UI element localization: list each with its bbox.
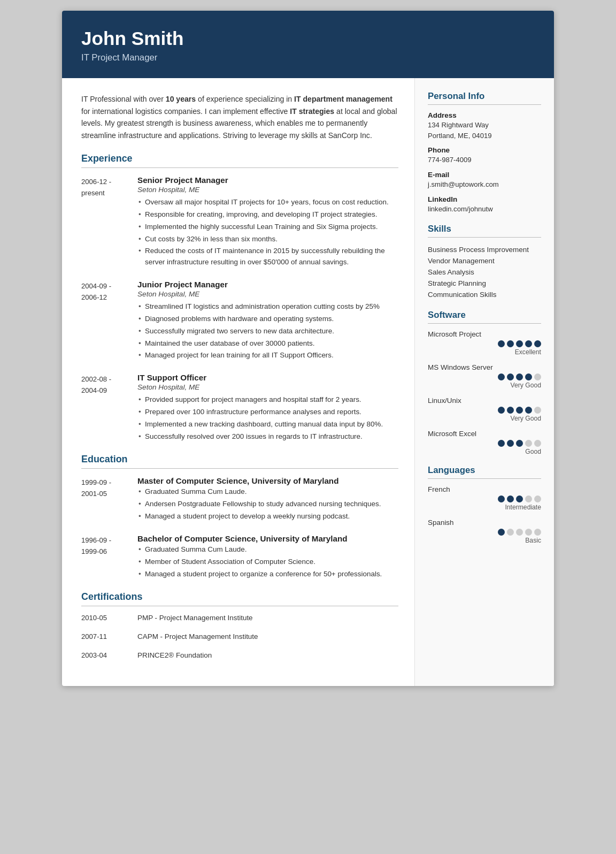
skill-item: Vendor Management (428, 255, 541, 266)
summary: IT Professional with over 10 years of ex… (81, 93, 398, 141)
address-label: Address (428, 111, 541, 119)
item-bullets: Graduated Summa Cum Laude.Andersen Postg… (137, 486, 398, 522)
cert-date: 2010-05 (81, 614, 137, 622)
dot-empty (534, 529, 541, 536)
dot-empty (534, 373, 541, 380)
dot-filled (498, 340, 505, 347)
languages-divider (428, 478, 541, 479)
language-item: Spanish Basic (428, 518, 541, 544)
list-item: Diagnosed problems with hardware and ope… (137, 314, 398, 325)
rating-label: Basic (428, 537, 541, 544)
dot-filled (498, 529, 505, 536)
education-divider (81, 468, 398, 469)
dot-filled (507, 407, 514, 414)
software-items: Microsoft Project Excellent MS Windows S… (428, 330, 541, 455)
dot-filled (525, 373, 532, 380)
item-content: Master of Computer Science, University o… (137, 476, 398, 523)
rating-label: Excellent (428, 348, 541, 356)
side-column: Personal Info Address 134 Rightward WayP… (415, 78, 554, 686)
list-item: Graduated Summa Cum Laude. (137, 544, 398, 555)
list-item: Successfully migrated two servers to new… (137, 326, 398, 337)
skills-list: Business Process ImprovementVendor Manag… (428, 244, 541, 300)
personal-info-title: Personal Info (428, 91, 541, 102)
list-item: Successfully resolved over 200 issues in… (137, 431, 398, 443)
email-label: E-mail (428, 171, 541, 179)
item-date: 2006-12 -present (81, 176, 137, 269)
dot-filled (507, 373, 514, 380)
language-name: French (428, 485, 541, 493)
skills-section: Skills Business Process ImprovementVendo… (428, 224, 541, 300)
address-value: 134 Rightward WayPortland, ME, 04019 (428, 120, 541, 141)
education-item: 1996-09 -1999-06 Bachelor of Computer Sc… (81, 534, 398, 581)
rating-label: Good (428, 448, 541, 455)
software-item: Microsoft Excel Good (428, 430, 541, 455)
cert-item: 2007-11 CAPM - Project Management Instit… (81, 632, 398, 640)
software-item: Linux/Unix Very Good (428, 396, 541, 422)
rating-dots (428, 529, 541, 536)
dot-empty (516, 529, 523, 536)
item-content: IT Support Officer Seton Hospital, ME Pr… (137, 373, 398, 443)
item-bullets: Graduated Summa Cum Laude.Member of Stud… (137, 544, 398, 580)
languages-title: Languages (428, 465, 541, 476)
dot-filled (525, 407, 532, 414)
main-column: IT Professional with over 10 years of ex… (62, 78, 415, 686)
skills-divider (428, 237, 541, 238)
list-item: Managed project for lean training for al… (137, 350, 398, 361)
experience-item: 2004-09 -2006-12 Junior Project Manager … (81, 280, 398, 362)
certifications-title: Certifications (81, 591, 398, 603)
dot-filled (534, 340, 541, 347)
rating-dots (428, 340, 541, 347)
list-item: Member of Student Association of Compute… (137, 556, 398, 568)
item-date: 1996-09 -1999-06 (81, 534, 137, 581)
rating-label: Intermediate (428, 504, 541, 511)
list-item: Implemented the highly successful Lean T… (137, 222, 398, 233)
dot-filled (507, 340, 514, 347)
cert-label: PRINCE2® Foundation (137, 651, 212, 659)
body: IT Professional with over 10 years of ex… (62, 78, 554, 686)
list-item: Managed a student project to organize a … (137, 569, 398, 580)
skill-item: Sales Analysis (428, 266, 541, 278)
dot-filled (516, 373, 523, 380)
software-title: Software (428, 310, 541, 321)
item-degree: Master of Computer Science, University o… (137, 476, 398, 485)
item-bullets: Oversaw all major hospital IT projects f… (137, 197, 398, 268)
education-title: Education (81, 454, 398, 465)
software-name: MS Windows Server (428, 363, 541, 371)
software-divider (428, 323, 541, 324)
item-company: Seton Hospital, ME (137, 186, 398, 194)
software-item: MS Windows Server Very Good (428, 363, 541, 389)
education-section: Education 1999-09 -2001-05 Master of Com… (81, 454, 398, 581)
dot-filled (516, 340, 523, 347)
rating-dots (428, 373, 541, 380)
list-item: Oversaw all major hospital IT projects f… (137, 197, 398, 208)
experience-divider (81, 167, 398, 168)
item-company: Seton Hospital, ME (137, 290, 398, 298)
item-date: 1999-09 -2001-05 (81, 476, 137, 523)
dot-empty (507, 529, 514, 536)
item-bullets: Provided support for project managers an… (137, 394, 398, 442)
item-role: Junior Project Manager (137, 280, 398, 289)
dot-filled (516, 495, 523, 502)
education-items: 1999-09 -2001-05 Master of Computer Scie… (81, 476, 398, 581)
languages-section: Languages French Intermediate Spanish Ba… (428, 465, 541, 544)
dot-empty (525, 495, 532, 502)
item-role: Senior Project Manager (137, 176, 398, 185)
software-name: Microsoft Excel (428, 430, 541, 438)
software-name: Microsoft Project (428, 330, 541, 338)
rating-label: Very Good (428, 382, 541, 389)
candidate-name: John Smith (81, 28, 535, 49)
software-name: Linux/Unix (428, 396, 541, 405)
education-item: 1999-09 -2001-05 Master of Computer Scie… (81, 476, 398, 523)
item-bullets: Streamlined IT logistics and administrat… (137, 301, 398, 361)
language-items: French Intermediate Spanish Basic (428, 485, 541, 544)
linkedin-value: linkedin.com/johnutw (428, 204, 541, 215)
cert-item: 2003-04 PRINCE2® Foundation (81, 651, 398, 659)
rating-dots (428, 495, 541, 502)
cert-label: PMP - Project Management Institute (137, 614, 253, 622)
resume-container: John Smith IT Project Manager IT Profess… (62, 11, 554, 686)
cert-items: 2010-05 PMP - Project Management Institu… (81, 614, 398, 659)
experience-item: 2006-12 -present Senior Project Manager … (81, 176, 398, 269)
candidate-title: IT Project Manager (81, 52, 535, 63)
dot-filled (498, 407, 505, 414)
rating-label: Very Good (428, 415, 541, 422)
